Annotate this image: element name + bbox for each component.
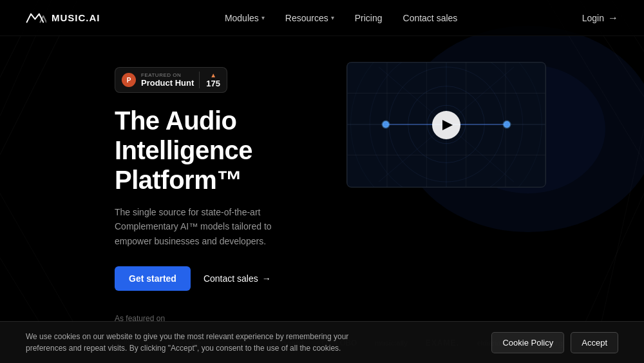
contact-sales-button[interactable]: Contact sales →: [204, 273, 271, 284]
get-started-button[interactable]: Get started: [115, 266, 191, 291]
cookie-policy-button[interactable]: Cookie Policy: [491, 332, 564, 353]
nav-pricing[interactable]: Pricing: [355, 13, 383, 23]
svg-point-39: [504, 121, 510, 128]
cookie-banner: We use cookies on our website to give yo…: [0, 321, 644, 363]
accept-button[interactable]: Accept: [571, 332, 618, 353]
product-hunt-icon: P: [122, 73, 136, 87]
cookie-text: We use cookies on our website to give yo…: [26, 331, 380, 354]
arrow-right-icon: →: [262, 273, 271, 284]
navbar: MUSIC.AI Modules ▾ Resources ▾ Pricing C…: [0, 0, 644, 36]
ph-score: ▲ 175: [199, 72, 220, 88]
hero-ctas: Get started Contact sales →: [115, 266, 321, 291]
hero-section: P FEATURED ON Product Hunt ▲ 175 The Aud…: [0, 36, 644, 291]
play-button[interactable]: [432, 111, 460, 139]
nav-login[interactable]: Login →: [582, 12, 618, 24]
hero-description: The single source for state-of-the-art C…: [115, 205, 295, 248]
product-hunt-badge[interactable]: P FEATURED ON Product Hunt ▲ 175: [115, 67, 227, 93]
triangle-icon: ▲: [210, 72, 216, 79]
nav-contact[interactable]: Contact sales: [403, 13, 458, 23]
nav-resources[interactable]: Resources ▾: [285, 13, 334, 23]
hero-left: P FEATURED ON Product Hunt ▲ 175 The Aud…: [115, 67, 321, 291]
hero-title: The Audio Intelligence Platform™: [115, 106, 321, 195]
video-inner: [347, 63, 545, 187]
cookie-buttons: Cookie Policy Accept: [491, 332, 618, 353]
nav-center: Modules ▾ Resources ▾ Pricing Contact sa…: [225, 13, 457, 23]
ph-text: FEATURED ON Product Hunt: [141, 72, 194, 88]
nav-modules[interactable]: Modules ▾: [225, 13, 265, 23]
brand-name: MUSIC.AI: [52, 12, 100, 23]
logo[interactable]: MUSIC.AI: [26, 12, 100, 25]
play-icon: [442, 120, 453, 130]
chevron-down-icon: ▾: [261, 14, 265, 21]
svg-point-37: [383, 121, 389, 128]
chevron-down-icon: ▾: [331, 14, 334, 21]
hero-video-player[interactable]: [346, 62, 546, 188]
arrow-right-icon: →: [608, 12, 618, 24]
